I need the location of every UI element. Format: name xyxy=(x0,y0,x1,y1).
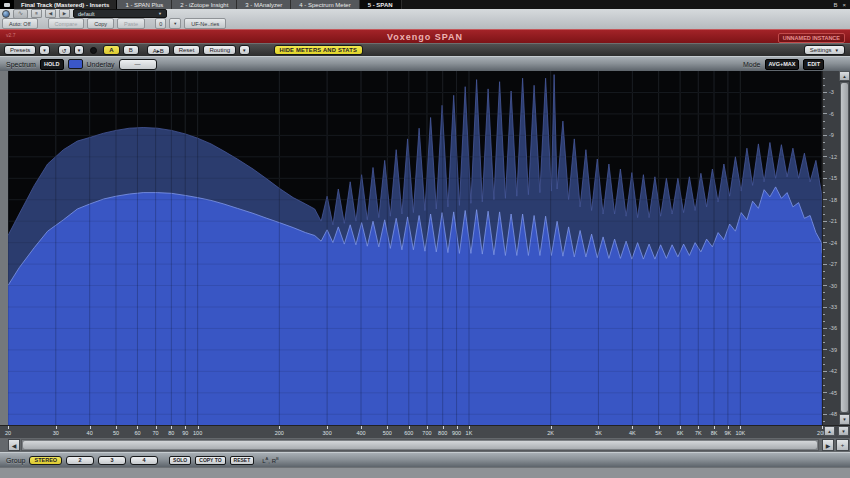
preset-dropdown[interactable]: default ▼ xyxy=(73,9,167,18)
db-tick-label: -30 xyxy=(829,283,837,289)
mode-label: Mode xyxy=(743,61,761,68)
db-tick xyxy=(823,285,827,286)
instance-name-button[interactable]: UNNAMED INSTANCE xyxy=(778,33,845,43)
horizontal-scrollbar[interactable] xyxy=(21,439,819,451)
ab-a-button[interactable]: A xyxy=(103,45,119,55)
window-bottom-strip xyxy=(0,467,850,478)
db-tick xyxy=(823,128,825,129)
close-icon[interactable]: × xyxy=(842,2,846,8)
freq-tick-label: 50 xyxy=(113,430,119,436)
host-tab[interactable]: 5 - SPAN xyxy=(360,0,402,9)
horizontal-scroll-thumb[interactable] xyxy=(23,441,817,449)
plugin-power-button[interactable] xyxy=(2,10,10,18)
hold-button[interactable]: HOLD xyxy=(40,59,64,70)
underlay-select-button[interactable]: — xyxy=(119,59,157,70)
db-tick-label: -42 xyxy=(829,368,837,374)
freq-tick xyxy=(680,426,681,429)
spectrum-label: Spectrum xyxy=(6,61,36,68)
host-tab[interactable]: 1 - SPAN Plus xyxy=(117,0,172,9)
edit-button[interactable]: EDIT xyxy=(803,59,824,70)
db-tick xyxy=(823,364,825,365)
db-tick xyxy=(823,85,825,86)
channel-button[interactable]: UF-Ne..ries xyxy=(184,18,226,29)
db-tick-label: -24 xyxy=(829,240,837,246)
history-dropdown-icon[interactable]: ▼ xyxy=(74,45,84,55)
ab-b-button[interactable]: B xyxy=(123,45,139,55)
freq-tick-label: 600 xyxy=(404,430,413,436)
mode-button[interactable]: AVG+MAX xyxy=(765,59,800,70)
group-reset-button[interactable]: RESET xyxy=(230,456,255,465)
undo-icon[interactable]: ↺ xyxy=(58,45,71,55)
session-tab[interactable]: Final Track (Mastered) - Inserts xyxy=(14,0,117,9)
group-select-button[interactable]: 3 xyxy=(98,456,126,465)
prev-preset-icon[interactable]: ◀ xyxy=(45,9,56,18)
group-select-button[interactable]: 4 xyxy=(130,456,158,465)
freq-tick-label: 500 xyxy=(383,430,392,436)
misc-dropdown-icon[interactable]: ▼ xyxy=(169,18,181,29)
db-tick xyxy=(823,228,825,229)
solo-button[interactable]: SOLO xyxy=(169,456,191,465)
freq-tick xyxy=(387,426,388,429)
next-preset-icon[interactable]: ▶ xyxy=(59,9,70,18)
activity-led xyxy=(90,47,97,54)
spectrum-header-bar: Spectrum HOLD Underlay — Mode AVG+MAX ED… xyxy=(0,56,850,71)
scroll-down-button[interactable]: ▼ xyxy=(839,414,850,425)
channel-assign-label: LA, RB xyxy=(262,456,278,464)
copy-button[interactable]: Copy xyxy=(87,18,114,29)
db-tick xyxy=(823,357,825,358)
db-tick xyxy=(823,299,825,300)
auto-button[interactable]: Auto: Off xyxy=(2,18,38,29)
vertical-scroll-thumb[interactable] xyxy=(841,83,848,412)
settings-button[interactable]: Settings ▼ xyxy=(804,45,845,55)
db-tick xyxy=(823,249,825,250)
db-tick xyxy=(823,335,825,336)
freq-tick xyxy=(632,426,633,429)
reset-button[interactable]: Reset xyxy=(173,45,201,55)
db-tick xyxy=(823,342,825,343)
scroll-right-button[interactable]: ▶ xyxy=(822,439,834,451)
db-tick xyxy=(823,171,825,172)
freq-tick xyxy=(156,426,157,429)
db-tick xyxy=(823,121,825,122)
zoom-up-icon[interactable]: ▲ xyxy=(824,426,835,436)
db-tick xyxy=(823,178,827,179)
wave-icon[interactable]: ∿ xyxy=(13,9,28,19)
paste-button[interactable]: Paste xyxy=(117,18,145,29)
copy-to-button[interactable]: COPY TO xyxy=(195,456,225,465)
preset-list-icon[interactable]: ≡ xyxy=(31,9,42,18)
db-tick xyxy=(823,349,827,350)
scroll-up-button[interactable]: ▲ xyxy=(839,71,850,81)
presets-button[interactable]: Presets xyxy=(4,45,36,55)
presets-dropdown-icon[interactable]: ▼ xyxy=(39,45,49,55)
host-plugin-header: ∿ ≡ ◀ ▶ default ▼ Auto: Off Compare Copy… xyxy=(0,9,850,30)
misc-value-button[interactable]: 0 xyxy=(155,18,166,29)
routing-dropdown-icon[interactable]: ▼ xyxy=(239,45,249,55)
spectrum-svg xyxy=(8,71,822,425)
vertical-scrollbar[interactable] xyxy=(839,81,850,414)
group-select-button[interactable]: STEREO xyxy=(29,456,62,465)
zoom-down-icon[interactable]: ▼ xyxy=(838,426,849,436)
spectrum-plot[interactable] xyxy=(8,71,822,425)
host-menu-icon[interactable] xyxy=(0,0,14,9)
spectrum-color-swatch[interactable] xyxy=(68,59,83,69)
compare-button[interactable]: Compare xyxy=(48,18,85,29)
bypass-badge-icon[interactable]: B xyxy=(833,2,837,8)
hide-meters-button[interactable]: HIDE METERS AND STATS xyxy=(274,45,364,55)
group-select-button[interactable]: 2 xyxy=(66,456,94,465)
db-tick xyxy=(823,99,825,100)
db-tick xyxy=(823,106,825,107)
ab-copy-button[interactable]: A▸B xyxy=(147,45,170,55)
freq-tick-label: 80 xyxy=(168,430,174,436)
db-tick xyxy=(823,192,825,193)
pan-icon[interactable]: + xyxy=(836,439,849,451)
routing-button[interactable]: Routing xyxy=(203,45,236,55)
host-tab[interactable]: 2 - iZotope Insight xyxy=(172,0,237,9)
host-tab[interactable]: 4 - Spectrum Meter xyxy=(291,0,359,9)
db-tick-label: -21 xyxy=(829,218,837,224)
frequency-ruler: 2030405060708090100200300400500600700800… xyxy=(0,425,850,438)
db-tick xyxy=(823,242,827,243)
freq-tick xyxy=(361,426,362,429)
scroll-left-button[interactable]: ◀ xyxy=(8,439,20,451)
host-tab[interactable]: 3 - MAnalyzer xyxy=(237,0,291,9)
underlay-label: Underlay xyxy=(87,61,115,68)
